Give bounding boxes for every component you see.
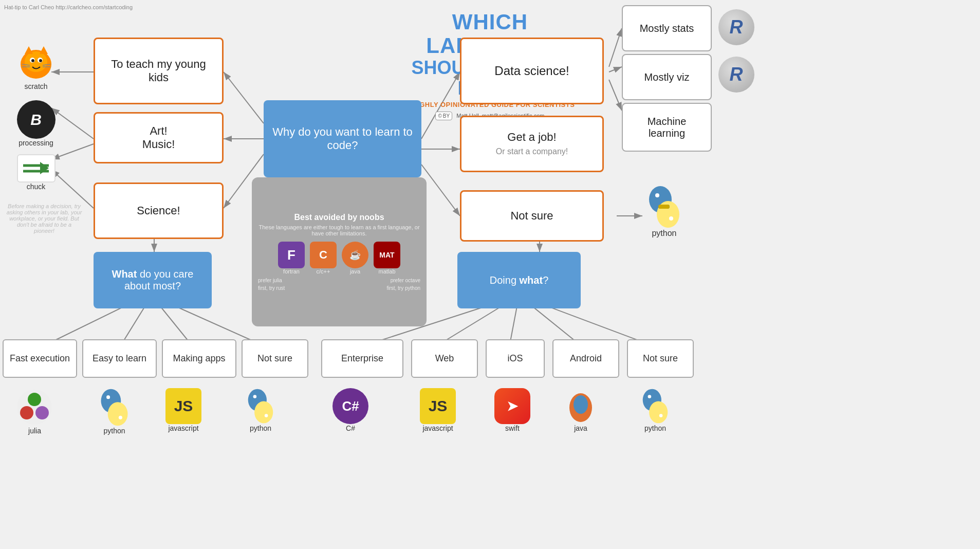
noob-title: Best avoided by noobs: [294, 213, 384, 222]
pioneer-note: Before making a decision, try asking oth…: [6, 203, 82, 234]
java-logo-android: java: [563, 388, 599, 432]
first-try-rust-label: first, try rust: [258, 285, 285, 291]
first-try-python-label: first, try python: [386, 285, 420, 291]
noob-desc: These languages are either tough to lear…: [258, 224, 420, 236]
javascript-label-apps: javascript: [168, 424, 198, 432]
scratch-label: scratch: [24, 82, 47, 90]
svg-point-54: [106, 395, 110, 399]
csharp-logo: C# C#: [332, 388, 368, 432]
mostly-viz-box: Mostly viz: [622, 54, 712, 100]
science-box: Science!: [94, 182, 224, 239]
doing-what-box: Doing what?: [457, 252, 581, 308]
svg-point-63: [649, 401, 668, 424]
prefer-octave-label: prefer octave: [391, 278, 420, 283]
enterprise-box: Enterprise: [321, 339, 403, 378]
r-logo-stats: R: [717, 8, 755, 46]
noob-box: Best avoided by noobs These languages ar…: [252, 177, 427, 326]
processing-logo: B processing: [5, 100, 67, 147]
svg-line-4: [421, 164, 460, 216]
svg-point-49: [20, 406, 33, 419]
ios-box: iOS: [486, 339, 545, 378]
python-label-notsure: python: [250, 424, 271, 432]
why-box: Why do you want to learn to code?: [264, 100, 421, 177]
svg-point-61: [574, 395, 588, 414]
swift-label: swift: [505, 424, 520, 432]
easy-learn-box: Easy to learn: [82, 339, 157, 378]
svg-point-30: [669, 216, 673, 221]
svg-point-50: [28, 393, 41, 406]
java-label-android: java: [574, 424, 587, 432]
not-sure-mid-box: Not sure: [460, 190, 604, 242]
javascript-label-web: javascript: [422, 424, 453, 432]
python-logo-easy: python: [95, 388, 134, 435]
art-music-box: Art!Music!: [94, 112, 224, 163]
svg-point-29: [655, 193, 659, 197]
python-logo-bottom3: python: [637, 388, 673, 432]
matlab-label: matlab: [378, 268, 395, 274]
data-science-box: Data science!: [460, 38, 604, 104]
get-job-box: Get a job!Or start a company!: [460, 116, 604, 172]
svg-point-57: [254, 401, 273, 424]
making-apps-box: Making apps: [162, 339, 236, 378]
python-label-right: python: [652, 229, 676, 238]
python-logo-notsure: python: [243, 388, 279, 432]
svg-rect-32: [658, 205, 670, 209]
chuck-label: chuck: [27, 182, 46, 191]
fortran-label: fortran: [283, 268, 300, 274]
teach-kids-box: To teach my young kids: [94, 38, 224, 104]
watermark: Hat-tip to Carl Cheo http://carlcheo.com…: [4, 4, 133, 10]
not-sure-bot1-box: Not sure: [242, 339, 308, 378]
julia-label: julia: [28, 427, 41, 435]
svg-point-59: [265, 414, 268, 417]
cc-badge: ©BY: [435, 112, 452, 120]
android-box: Android: [552, 339, 619, 378]
svg-marker-35: [25, 46, 33, 54]
javascript-logo-apps: JS javascript: [165, 388, 201, 432]
svg-point-39: [31, 59, 34, 62]
svg-point-64: [648, 395, 652, 398]
java-noob-label: java: [350, 268, 360, 274]
machine-learning-box: Machine learning: [622, 103, 712, 152]
web-box: Web: [411, 339, 478, 378]
svg-point-65: [659, 414, 663, 417]
scratch-logo: scratch: [5, 39, 67, 90]
mostly-stats-box: Mostly stats: [622, 5, 712, 51]
svg-line-19: [609, 28, 622, 67]
swift-logo: ➤ swift: [494, 388, 530, 432]
prefer-julia-label: prefer julia: [258, 278, 282, 283]
r-logo-viz: R: [717, 55, 755, 94]
svg-point-58: [253, 395, 257, 398]
cpp-label: c/c++: [317, 268, 330, 274]
python-logo-right: python: [642, 185, 686, 238]
svg-line-21: [609, 80, 622, 111]
svg-line-5: [224, 72, 264, 123]
julia-logo: julia: [15, 388, 54, 435]
python-label-easy: python: [103, 427, 125, 435]
svg-marker-36: [40, 46, 48, 54]
svg-line-20: [609, 67, 622, 72]
what-box: What do you care about most?: [94, 252, 212, 308]
svg-point-55: [119, 416, 122, 419]
svg-point-40: [39, 59, 42, 62]
svg-point-51: [35, 406, 49, 419]
javascript-logo-web: JS javascript: [420, 388, 456, 432]
chuck-logo: chuck: [5, 154, 67, 191]
not-sure-bot2-box: Not sure: [627, 339, 694, 378]
csharp-label: C#: [346, 424, 355, 432]
processing-label: processing: [19, 139, 53, 147]
svg-point-53: [108, 402, 128, 426]
python-label-bottom3: python: [644, 424, 666, 432]
fast-execution-box: Fast execution: [3, 339, 77, 378]
